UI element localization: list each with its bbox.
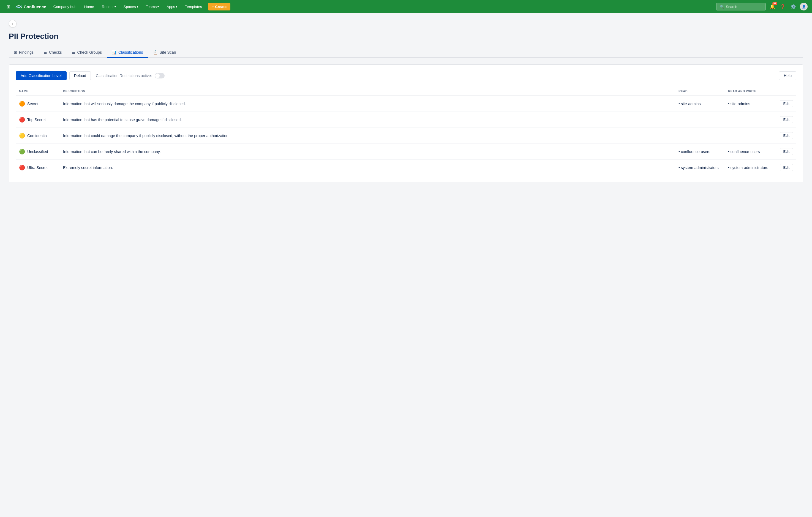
classification-name: Unclassified [27, 149, 48, 154]
cell-read: system-administrators [675, 160, 725, 176]
page-title: PII Protection [9, 32, 803, 41]
help-button[interactable]: ❓ [779, 3, 787, 10]
tab-checks-label: Checks [49, 50, 62, 55]
page-wrapper: › PII Protection ⊞ Findings ☰ Checks ☰ C… [0, 13, 812, 189]
top-navigation: ⊞ Confluence Company hub Home Recent Spa… [0, 0, 812, 13]
cell-read [675, 112, 725, 128]
cell-action: Edit [774, 144, 796, 160]
tab-checks[interactable]: ☰ Checks [38, 47, 67, 58]
col-header-name: NAME [16, 87, 60, 96]
create-button[interactable]: + Create [208, 3, 231, 10]
grid-icon[interactable]: ⊞ [4, 3, 12, 10]
search-icon: 🔍 [720, 5, 724, 9]
nav-spaces[interactable]: Spaces [121, 3, 141, 10]
edit-button[interactable]: Edit [780, 164, 793, 171]
restrictions-toggle[interactable] [155, 73, 165, 79]
findings-icon: ⊞ [14, 50, 17, 55]
cell-description: Extremely secret information. [60, 160, 675, 176]
classification-name: Secret [27, 102, 38, 106]
nav-left: ⊞ Confluence Company hub Home Recent Spa… [4, 3, 716, 10]
tab-site-scan-label: Site Scan [160, 50, 176, 55]
cell-read-write: system-administrators [725, 160, 774, 176]
tab-check-groups[interactable]: ☰ Check Groups [67, 47, 107, 58]
table-body: 🟠 Secret Information that will seriously… [16, 96, 796, 176]
name-cell: 🟢 Unclassified [19, 149, 56, 154]
cell-read-write [725, 128, 774, 144]
avatar-icon: 👤 [802, 5, 806, 8]
table-row: 🔴 Ultra Secret Extremely secret informat… [16, 160, 796, 176]
tab-check-groups-label: Check Groups [77, 50, 102, 55]
cell-read [675, 128, 725, 144]
nav-company-hub[interactable]: Company hub [51, 3, 79, 10]
dot-icon: 🔴 [19, 117, 25, 122]
help-button-toolbar[interactable]: Help [779, 71, 796, 80]
tab-findings[interactable]: ⊞ Findings [9, 47, 38, 58]
site-scan-icon: 📋 [153, 50, 158, 55]
name-cell: 🟠 Secret [19, 101, 56, 106]
sidebar-toggle[interactable]: › [9, 20, 17, 28]
read-item: site-admins [678, 102, 721, 106]
cell-name: 🔴 Top Secret [16, 112, 60, 128]
name-cell: 🟡 Confidential [19, 133, 56, 138]
read-item: system-administrators [678, 166, 721, 170]
nav-apps[interactable]: Apps [164, 3, 180, 10]
cell-read-write: site-admins [725, 96, 774, 112]
nav-recent[interactable]: Recent [99, 3, 119, 10]
settings-icon: ⚙️ [790, 4, 796, 9]
tab-classifications[interactable]: 📊 Classifications [107, 47, 148, 58]
read-write-item: system-administrators [728, 166, 771, 170]
logo-text: Confluence [24, 4, 46, 9]
dot-icon: 🔴 [19, 165, 25, 170]
add-classification-button[interactable]: Add Classification Level [16, 71, 67, 80]
dot-icon: 🟠 [19, 101, 25, 106]
cell-description: Information that has the potential to ca… [60, 112, 675, 128]
nav-templates[interactable]: Templates [182, 3, 205, 10]
edit-button[interactable]: Edit [780, 148, 793, 155]
checks-icon: ☰ [44, 50, 47, 55]
cell-description: Information that could damage the compan… [60, 128, 675, 144]
tab-site-scan[interactable]: 📋 Site Scan [148, 47, 181, 58]
cell-read: confluence-users [675, 144, 725, 160]
dot-icon: 🟡 [19, 133, 25, 138]
col-header-read: READ [675, 87, 725, 96]
search-box[interactable]: 🔍 Search [716, 3, 766, 10]
user-avatar[interactable]: 👤 [800, 3, 808, 10]
col-header-action [774, 87, 796, 96]
settings-button[interactable]: ⚙️ [789, 3, 797, 10]
cell-name: 🟢 Unclassified [16, 144, 60, 160]
cell-read: site-admins [675, 96, 725, 112]
toolbar: Add Classification Level Reload Classifi… [16, 71, 796, 80]
read-write-item: confluence-users [728, 149, 771, 154]
table-header: NAME DESCRIPTION READ READ AND WRITE [16, 87, 796, 96]
confluence-logo[interactable]: Confluence [16, 3, 46, 10]
check-groups-icon: ☰ [72, 50, 76, 55]
cell-action: Edit [774, 128, 796, 144]
cell-read-write [725, 112, 774, 128]
name-cell: 🔴 Top Secret [19, 117, 56, 122]
content-card: Add Classification Level Reload Classifi… [9, 64, 803, 182]
col-header-description: DESCRIPTION [60, 87, 675, 96]
classification-name: Confidential [27, 134, 48, 138]
edit-button[interactable]: Edit [780, 100, 793, 107]
tab-findings-label: Findings [19, 50, 34, 55]
cell-name: 🟡 Confidential [16, 128, 60, 144]
edit-button[interactable]: Edit [780, 116, 793, 123]
classifications-icon: 📊 [112, 50, 116, 55]
nav-home[interactable]: Home [82, 3, 97, 10]
cell-action: Edit [774, 112, 796, 128]
tab-classifications-label: Classifications [118, 50, 143, 55]
table-row: 🟠 Secret Information that will seriously… [16, 96, 796, 112]
cell-action: Edit [774, 96, 796, 112]
read-write-item: site-admins [728, 102, 771, 106]
reload-button[interactable]: Reload [69, 71, 91, 80]
classification-name: Ultra Secret [27, 166, 48, 170]
edit-button[interactable]: Edit [780, 132, 793, 139]
nav-teams[interactable]: Teams [143, 3, 162, 10]
notifications-button[interactable]: 🔔 9+ [768, 3, 776, 10]
nav-right: 🔍 Search 🔔 9+ ❓ ⚙️ 👤 [716, 3, 808, 10]
name-cell: 🔴 Ultra Secret [19, 165, 56, 170]
cell-name: 🔴 Ultra Secret [16, 160, 60, 176]
col-header-read-write: READ AND WRITE [725, 87, 774, 96]
cell-read-write: confluence-users [725, 144, 774, 160]
dot-icon: 🟢 [19, 149, 25, 154]
